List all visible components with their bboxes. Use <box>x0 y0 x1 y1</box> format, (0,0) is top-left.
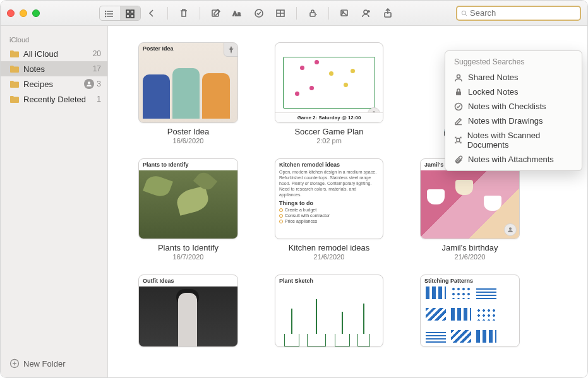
note-thumbnail: Kitchen remodel ideas Open, modern kitch… <box>275 158 383 239</box>
sidebar-item-all-icloud[interactable]: All iCloud 20 <box>1 46 107 61</box>
suggestion-attachments[interactable]: Notes with Attachments <box>445 152 582 167</box>
note-thumbnail: Plants to Identify <box>138 158 238 239</box>
collaborate-button[interactable] <box>356 6 377 21</box>
svg-rect-32 <box>456 92 461 95</box>
sidebar-item-recently-deleted[interactable]: Recently Deleted 1 <box>1 92 107 107</box>
thumb-title: Poster Idea <box>139 43 237 53</box>
note-card[interactable]: Game 2: Saturday @ 12:00 Soccer Game Pla… <box>275 42 383 145</box>
svg-point-25 <box>88 81 90 84</box>
suggestion-scanned[interactable]: Notes with Scanned Documents <box>445 128 582 152</box>
suggestion-locked-notes[interactable]: Locked Notes <box>445 85 582 99</box>
grid-view-button[interactable] <box>120 6 140 21</box>
note-title: Soccer Game Plan <box>294 127 363 136</box>
search-input[interactable] <box>470 8 576 18</box>
suggestion-label: Notes with Attachments <box>468 155 554 164</box>
plus-circle-icon <box>9 358 20 369</box>
lock-menu-button[interactable] <box>302 6 323 21</box>
suggestion-label: Locked Notes <box>468 87 519 97</box>
list-view-button[interactable] <box>100 6 120 21</box>
note-title: Plants to Identify <box>158 243 219 252</box>
svg-point-23 <box>462 11 465 15</box>
shared-icon <box>504 223 517 236</box>
thumb-title: Plants to Identify <box>139 159 237 169</box>
svg-point-5 <box>105 16 106 16</box>
thumb-title: Outfit Ideas <box>139 275 237 285</box>
note-card[interactable]: Stitching Patterns <box>420 275 520 347</box>
svg-rect-8 <box>126 15 129 18</box>
note-title: Jamil's birthday <box>441 243 498 252</box>
note-subtitle: 16/6/2020 <box>173 137 204 145</box>
note-subtitle: 16/7/2020 <box>173 253 204 261</box>
suggestion-label: Notes with Scanned Documents <box>467 131 573 150</box>
folder-icon <box>9 49 20 58</box>
toolbar: Aa <box>1 1 587 26</box>
note-subtitle: 21/6/2020 <box>455 253 486 261</box>
svg-point-19 <box>364 10 368 14</box>
sidebar-item-label: Recently Deleted <box>23 95 97 104</box>
search-icon <box>461 9 467 18</box>
sidebar-section-header: iCloud <box>1 33 107 46</box>
window-controls <box>7 9 40 17</box>
note-thumbnail: Poster Idea <box>138 42 238 123</box>
format-button[interactable]: Aa <box>227 6 248 21</box>
note-card[interactable]: Kitchen remodel ideas Open, modern kitch… <box>275 158 383 261</box>
note-subtitle: 2:02 pm <box>316 137 342 145</box>
sidebar-item-label: All iCloud <box>23 49 93 59</box>
note-card[interactable]: Outfit Ideas <box>138 275 238 347</box>
new-folder-label: New Folder <box>23 359 65 369</box>
folder-icon <box>9 80 20 88</box>
note-card[interactable]: Plants to Identify Plants to Identify 16… <box>138 158 238 261</box>
note-thumbnail: Outfit Ideas <box>138 275 238 347</box>
thumb-footer: Game 2: Saturday @ 12:00 <box>275 112 383 122</box>
svg-rect-35 <box>457 138 460 141</box>
drawing-icon <box>454 117 463 126</box>
media-menu-button[interactable] <box>334 6 356 21</box>
svg-text:Aa: Aa <box>232 9 241 17</box>
svg-point-31 <box>457 74 460 78</box>
search-suggestions-panel: Suggested Searches Shared Notes Locked N… <box>445 50 582 171</box>
zoom-window-button[interactable] <box>32 9 40 17</box>
minimize-window-button[interactable] <box>20 9 27 17</box>
delete-note-button[interactable] <box>173 6 195 21</box>
checklist-icon <box>454 102 463 111</box>
notes-app-window: Aa iCloud All iCloud 20 <box>0 0 588 378</box>
svg-point-30 <box>509 227 512 230</box>
sidebar-item-label: Notes <box>23 64 93 74</box>
lock-icon <box>454 88 463 97</box>
sidebar-item-notes[interactable]: Notes 17 <box>1 61 107 76</box>
suggestion-checklists[interactable]: Notes with Checklists <box>445 99 582 114</box>
sidebar-item-count: 3 <box>97 80 101 88</box>
sidebar-item-recipes[interactable]: Recipes 3 <box>1 76 107 92</box>
shared-folder-icon <box>84 79 94 89</box>
suggestions-header: Suggested Searches <box>445 56 582 70</box>
suggestion-shared-notes[interactable]: Shared Notes <box>445 70 582 85</box>
share-button[interactable] <box>377 6 399 21</box>
sidebar-item-count: 1 <box>97 95 101 103</box>
sidebar: iCloud All iCloud 20 Notes 17 Recipes 3 <box>1 26 108 377</box>
compose-note-button[interactable] <box>205 6 227 21</box>
note-subtitle: 21/6/2020 <box>314 253 345 261</box>
suggestion-drawings[interactable]: Notes with Drawings <box>445 114 582 128</box>
folder-icon <box>9 95 20 103</box>
note-card[interactable]: Jamil's birthday Buy cupcake ingredients… <box>420 158 520 261</box>
svg-point-3 <box>105 11 106 11</box>
attachment-icon <box>454 155 463 164</box>
checklist-button[interactable] <box>248 6 270 21</box>
svg-point-4 <box>105 13 106 14</box>
back-button[interactable] <box>141 6 162 21</box>
note-card[interactable]: Plant Sketch <box>275 275 383 347</box>
thumb-title: Plant Sketch <box>275 275 383 285</box>
note-thumbnail: Plant Sketch <box>275 275 383 347</box>
close-window-button[interactable] <box>7 9 15 17</box>
new-folder-button[interactable]: New Folder <box>1 355 107 377</box>
svg-line-24 <box>465 14 467 15</box>
sidebar-item-count: 20 <box>93 49 101 58</box>
note-card[interactable]: Poster Idea Poster Idea 16/6/2020 <box>138 42 238 145</box>
sidebar-item-count: 17 <box>93 64 101 73</box>
table-button[interactable] <box>270 6 291 21</box>
thumb-section: Things to do <box>275 198 383 208</box>
search-field[interactable] <box>456 6 581 21</box>
suggestion-label: Notes with Drawings <box>468 116 543 126</box>
scan-icon <box>454 136 462 145</box>
svg-rect-6 <box>126 10 129 13</box>
